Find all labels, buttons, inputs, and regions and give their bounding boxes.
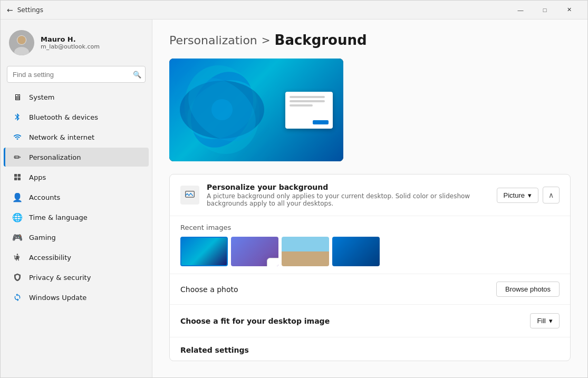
preview-flower-icon xyxy=(180,64,264,156)
apps-icon xyxy=(12,172,23,182)
minimize-button[interactable]: — xyxy=(508,1,533,20)
svg-rect-4 xyxy=(14,174,17,177)
sidebar-item-accounts[interactable]: 👤 Accounts xyxy=(4,188,149,207)
sidebar-item-label: Bluetooth & devices xyxy=(29,113,98,121)
related-settings: Related settings xyxy=(170,337,570,361)
user-info: Mauro H. m_lab@outlook.com xyxy=(41,35,100,50)
titlebar-controls: — □ ✕ xyxy=(508,1,581,20)
search-input[interactable] xyxy=(7,66,146,83)
sidebar-item-accessibility[interactable]: Accessibility xyxy=(4,248,149,267)
thumbnail-3[interactable] xyxy=(282,237,329,266)
titlebar-left: ← Settings xyxy=(7,6,43,14)
main-content: Personalization > Background xyxy=(152,20,587,377)
back-icon[interactable]: ← xyxy=(7,6,13,14)
sidebar-item-label: Windows Update xyxy=(29,294,86,302)
network-icon xyxy=(12,132,23,142)
thumbnail-1[interactable] xyxy=(180,237,228,266)
svg-point-8 xyxy=(17,254,18,255)
preview-line-3 xyxy=(290,104,313,106)
fit-control: Fill ▾ xyxy=(530,313,560,328)
background-type-dropdown[interactable]: Picture ▾ xyxy=(497,188,538,203)
sidebar-item-personalization[interactable]: ✏️ Personalization xyxy=(4,148,149,167)
set-for-all-desktops-item[interactable]: Set for all desktops xyxy=(267,260,278,266)
thumbnail-2[interactable]: Set for all desktops Set for desktop › P… xyxy=(231,237,278,266)
bluetooth-icon xyxy=(12,112,23,122)
fit-text: Choose a fit for your desktop image xyxy=(180,317,530,325)
sidebar-item-network[interactable]: Network & internet xyxy=(4,128,149,147)
user-name: Mauro H. xyxy=(41,35,100,43)
personalize-control: Picture ▾ ∧ xyxy=(497,187,560,203)
sidebar-item-apps[interactable]: Apps xyxy=(4,168,149,187)
preview-wallpaper xyxy=(169,59,343,161)
system-icon: 🖥 xyxy=(12,92,23,102)
breadcrumb-separator: > xyxy=(262,34,271,46)
sidebar-item-system[interactable]: 🖥 System xyxy=(4,88,149,106)
personalize-row: Personalize your background A picture ba… xyxy=(170,175,570,216)
titlebar: ← Settings — □ ✕ xyxy=(1,1,587,20)
sidebar: Mauro H. m_lab@outlook.com 🔍 🖥 System Bl… xyxy=(1,20,152,377)
thumbnail-5[interactable] xyxy=(332,237,380,266)
svg-rect-5 xyxy=(18,174,21,177)
svg-rect-7 xyxy=(18,178,21,180)
choose-photo-row: Choose a photo Browse photos xyxy=(170,274,570,305)
update-icon xyxy=(12,292,23,303)
sidebar-item-gaming[interactable]: 🎮 Gaming xyxy=(4,228,149,247)
breadcrumb: Personalization > Background xyxy=(169,32,571,48)
personalization-icon: ✏️ xyxy=(12,152,23,162)
sidebar-item-privacy[interactable]: Privacy & security xyxy=(4,268,149,287)
recent-images-section: Recent images Set for all desktops xyxy=(170,216,570,274)
recent-images-grid: Set for all desktops Set for desktop › P… xyxy=(180,237,560,266)
sidebar-item-label: System xyxy=(29,93,54,101)
sidebar-item-label: Time & language xyxy=(29,214,88,221)
context-menu-main: Set for all desktops Set for desktop › P… xyxy=(267,258,278,266)
sidebar-item-label: Accounts xyxy=(29,193,60,201)
preview-button xyxy=(313,120,329,124)
avatar xyxy=(9,30,34,55)
sidebar-item-label: Network & internet xyxy=(29,133,94,141)
personalize-label: Personalize your background xyxy=(207,183,497,191)
browse-photos-button[interactable]: Browse photos xyxy=(496,282,560,297)
desktop-preview xyxy=(169,59,343,161)
close-button[interactable]: ✕ xyxy=(557,1,581,20)
choose-fit-row: Choose a fit for your desktop image Fill… xyxy=(170,305,570,337)
background-icon xyxy=(180,186,199,205)
settings-window: ← Settings — □ ✕ Mauro H. xyxy=(0,0,588,378)
sidebar-item-update[interactable]: Windows Update xyxy=(4,288,149,307)
accessibility-icon xyxy=(12,252,23,263)
svg-rect-6 xyxy=(14,178,17,180)
personalize-text: Personalize your background A picture ba… xyxy=(207,183,497,207)
fit-label: Choose a fit for your desktop image xyxy=(180,317,530,325)
user-profile: Mauro H. m_lab@outlook.com xyxy=(1,24,152,64)
personalize-desc: A picture background only applies to you… xyxy=(207,192,497,207)
fit-dropdown[interactable]: Fill ▾ xyxy=(530,313,560,328)
content-area: Mauro H. m_lab@outlook.com 🔍 🖥 System Bl… xyxy=(1,20,587,377)
search-box: 🔍 xyxy=(7,66,146,83)
user-email: m_lab@outlook.com xyxy=(41,43,100,50)
window-title: Settings xyxy=(17,6,43,14)
sidebar-item-label: Accessibility xyxy=(29,254,71,261)
svg-point-3 xyxy=(17,36,26,44)
chevron-down-icon: ▾ xyxy=(549,317,553,325)
preview-line-2 xyxy=(290,100,325,102)
choose-photo-label: Choose a photo xyxy=(180,285,496,294)
chevron-down-icon: ▾ xyxy=(528,191,532,199)
gaming-icon: 🎮 xyxy=(12,232,23,243)
related-settings-title: Related settings xyxy=(180,346,560,354)
expand-button[interactable]: ∧ xyxy=(543,187,560,203)
sidebar-item-label: Apps xyxy=(29,173,46,181)
preview-window xyxy=(285,92,333,129)
sidebar-item-bluetooth[interactable]: Bluetooth & devices xyxy=(4,108,149,127)
svg-point-14 xyxy=(211,99,233,120)
search-icon: 🔍 xyxy=(133,71,141,79)
context-menu: Set for all desktops Set for desktop › P… xyxy=(267,258,278,266)
background-settings-card: Personalize your background A picture ba… xyxy=(169,174,571,361)
preview-line-1 xyxy=(290,96,325,98)
sidebar-item-label: Privacy & security xyxy=(29,274,91,282)
recent-images-label: Recent images xyxy=(180,224,560,231)
sidebar-item-time[interactable]: 🌐 Time & language xyxy=(4,208,149,227)
privacy-icon xyxy=(12,272,23,283)
sidebar-item-label: Gaming xyxy=(29,234,56,241)
maximize-button[interactable]: □ xyxy=(533,1,557,20)
breadcrumb-parent: Personalization xyxy=(169,34,257,47)
breadcrumb-current: Background xyxy=(275,32,367,48)
